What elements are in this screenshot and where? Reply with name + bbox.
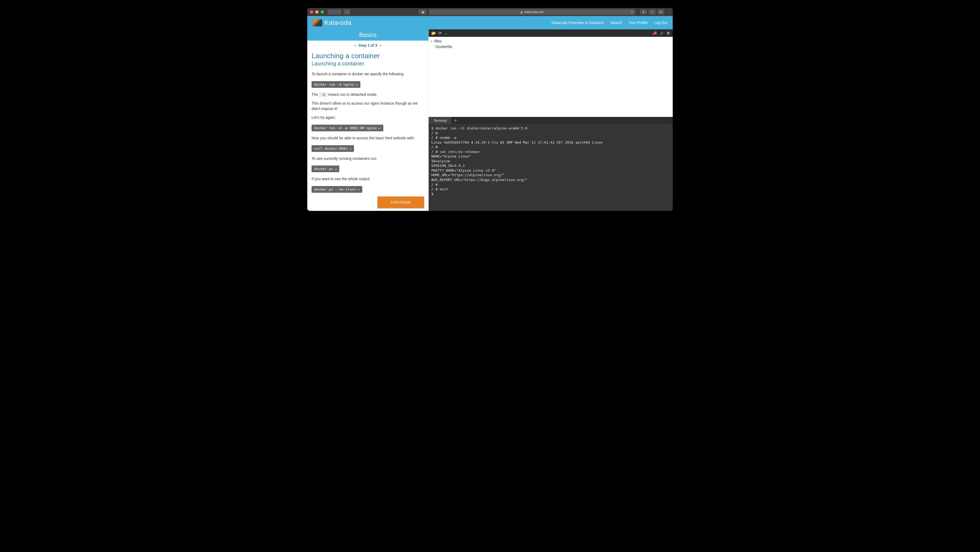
reload-icon[interactable]: ⟳ (631, 10, 633, 14)
tree-folder-label: /files (434, 38, 442, 44)
workspace-pane: 📂 ⟳ ⌄ 📣 ⤢ ⚙ ▾ /files (429, 29, 673, 211)
code-block-ps-notrunc[interactable]: docker ps --no-trunc↵ (312, 186, 362, 193)
terminal-add-tab-icon[interactable]: + (452, 117, 459, 124)
file-tree: ▾ /files Dockerfile (429, 37, 673, 117)
lesson-subtitle: Launching a container (312, 61, 424, 67)
refresh-icon[interactable]: ⟳ (439, 31, 442, 35)
content-row: Basics ◀ Step 1 of 3 ▶ Launching a conta… (307, 29, 673, 211)
lesson-header: Basics (307, 29, 428, 41)
page: Kata‹oda Katacoda Overview & Solutions S… (307, 16, 673, 211)
downloads-icon[interactable]: ⬇ (640, 10, 647, 15)
lesson-pane: Basics ◀ Step 1 of 3 ▶ Launching a conta… (307, 29, 429, 211)
tabs-icon[interactable]: ⧉ (657, 10, 664, 15)
browser-window: ‹ › ▭ ◼ 🔒 katacoda.com ⟳ ⬇ ⇪ ⧉ + Kata‹od… (307, 8, 673, 211)
lesson-text: If you want to see the whole output: (312, 176, 424, 182)
lesson-text: Let's try again: (312, 115, 424, 120)
lock-icon: 🔒 (520, 11, 523, 14)
terminal-tabs: Terminal + (429, 117, 673, 124)
terminal-pane: Terminal + $ docker run -it dieterreuter… (429, 117, 673, 211)
nav-link-search[interactable]: Search (610, 21, 622, 25)
continue-button[interactable]: CONTINUE (377, 196, 424, 208)
minimize-window-icon[interactable] (315, 10, 318, 14)
new-tab-icon[interactable]: + (668, 10, 670, 14)
address-bar[interactable]: 🔒 katacoda.com ⟳ (429, 9, 635, 15)
caret-down-icon: ▾ (431, 39, 433, 43)
terminal-tab[interactable]: Terminal (429, 117, 452, 124)
step-nav: ◀ Step 1 of 3 ▶ (307, 41, 428, 50)
tree-file[interactable]: Dockerfile (431, 44, 671, 49)
tree-file-label: Dockerfile (436, 44, 452, 49)
folder-open-icon[interactable]: 📂 (431, 31, 436, 35)
url-text: katacoda.com (524, 10, 544, 14)
step-label: Step 1 of 3 (358, 43, 377, 48)
close-window-icon[interactable] (310, 10, 313, 14)
enter-icon: ↵ (349, 147, 351, 150)
privacy-shield-icon[interactable]: ◼ (419, 10, 427, 15)
nav-link-overview[interactable]: Katacoda Overview & Solutions (552, 21, 604, 25)
tree-folder[interactable]: ▾ /files (431, 38, 671, 44)
brand-logo-icon (313, 19, 322, 26)
step-prev-icon[interactable]: ◀ (354, 44, 356, 47)
announce-icon[interactable]: 📣 (652, 31, 657, 35)
code-block-curl[interactable]: curl docker:8081↵ (312, 145, 354, 152)
terminal-output[interactable]: $ docker run -it dieterreuter/alpine-arm… (429, 124, 673, 211)
nav-back-forward: ‹ › (328, 10, 341, 15)
inline-code-flag: -d (319, 92, 327, 97)
window-controls (310, 10, 324, 14)
lesson-text: This doesn't allow us to access our ngin… (312, 101, 424, 111)
enter-icon: ↵ (356, 83, 358, 86)
code-block-run-nginx[interactable]: docker run -d nginx↵ (312, 81, 360, 88)
brand-logo[interactable]: Kata‹oda (313, 19, 351, 26)
sidebar-toggle-icon[interactable]: ▭ (344, 10, 350, 15)
step-next-icon[interactable]: ▶ (380, 44, 382, 47)
enter-icon: ↵ (358, 187, 360, 191)
back-button[interactable]: ‹ (328, 10, 334, 15)
chevron-down-icon[interactable]: ⌄ (444, 31, 448, 35)
enter-icon: ↵ (334, 167, 337, 171)
lesson-text: To see currently running containers run: (312, 156, 424, 161)
lesson-text: Now you should be able to access the bas… (312, 136, 424, 141)
lesson-text: To launch a container in docker we speci… (312, 72, 424, 77)
nav-link-logout[interactable]: Log Out (654, 21, 667, 25)
brand-name: Kata‹oda (325, 19, 351, 26)
code-block-run-port[interactable]: docker run -d -p 8081:80 nginx↵ (312, 124, 383, 131)
lesson-title: Launching a container (312, 52, 424, 60)
fullscreen-icon[interactable]: ⤢ (660, 31, 663, 35)
top-nav-links: Katacoda Overview & Solutions Search You… (552, 21, 667, 25)
lesson-body: Launching a container Launching a contai… (307, 50, 428, 211)
code-block-ps[interactable]: docker ps↵ (312, 166, 339, 172)
enter-icon: ↵ (379, 126, 381, 130)
gear-icon[interactable]: ⚙ (667, 31, 670, 35)
browser-right-icons: ⬇ ⇪ ⧉ (640, 10, 664, 15)
site-header: Kata‹oda Katacoda Overview & Solutions S… (307, 16, 673, 29)
nav-link-profile[interactable]: Your Profile (628, 21, 648, 25)
browser-chrome: ‹ › ▭ ◼ 🔒 katacoda.com ⟳ ⬇ ⇪ ⧉ + (307, 8, 673, 16)
maximize-window-icon[interactable] (321, 10, 324, 14)
lesson-text: The -d means run in detached mode. (312, 92, 424, 97)
workspace-toolbar: 📂 ⟳ ⌄ 📣 ⤢ ⚙ (429, 29, 673, 37)
forward-button[interactable]: › (334, 10, 341, 15)
share-icon[interactable]: ⇪ (649, 10, 655, 15)
